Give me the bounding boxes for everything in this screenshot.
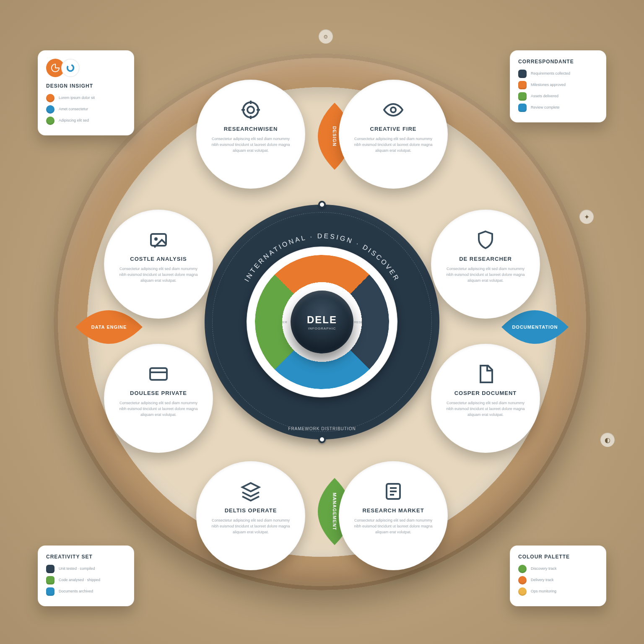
node-title: COSTLE ANALYSIS [130,256,187,262]
node-2: CREATIVE FIRE Consectetur adipiscing eli… [339,80,448,189]
node-desc: Consectetur adipiscing elit sed diam non… [353,518,434,535]
node-desc: Consectetur adipiscing elit sed diam non… [118,400,199,418]
corner-card-tr: CORRESPONDANTE Requirements collected Mi… [510,50,606,122]
hub-caption: FRAMEWORK DISTRIBUTION [288,426,356,431]
corner-card-bl: CREATIVITY SET Unit tested · compiled Co… [38,545,134,606]
card-item: Assets delivered [531,94,558,99]
leaf-right-label: DOCUMENTATION [512,325,558,330]
card-item: Discovery track [531,566,557,571]
node-desc: Consectetur adipiscing elit sed diam non… [353,136,434,154]
doc-icon [475,364,496,384]
card-title: COLOUR PALETTE [518,554,598,560]
ambient-marker-icon: ⌾ [319,29,333,44]
card-item: Documents archived [59,589,93,594]
node-7: DELTIS OPERATE Consectetur adipiscing el… [196,461,305,570]
card-item: Milestones approved [531,83,566,88]
center-hub: INTERNATIONAL · DESIGN · DISCOVER DESIGN… [205,205,439,439]
card-item: Ops monitoring [531,589,556,594]
card-title: CREATIVITY SET [46,554,126,560]
card-icon [148,364,169,384]
node-1: RESEARCHWISEN Consectetur adipiscing eli… [196,80,305,189]
leaf-bottom-label: MANAGEMENT [332,493,337,530]
card-item: Adipiscing elit sed [59,118,89,123]
node-title: RESEARCHWISEN [224,126,278,132]
gallery-icon [148,230,169,250]
note-icon [383,481,403,501]
leaf-right: DOCUMENTATION [501,310,569,344]
node-5: DOULESE PRIVATE Consectetur adipiscing e… [104,344,213,453]
node-3: COSTLE ANALYSIS Consectetur adipiscing e… [104,210,213,319]
card-title: DESIGN INSIGHT [46,83,126,89]
stack-icon [241,481,261,501]
node-title: DE RESEARCHER [459,256,512,262]
node-6: COSPER DOCUMENT Consectetur adipiscing e… [431,344,540,453]
ambient-marker-icon: ◐ [600,433,615,447]
node-8: RESEARCH MARKET Consectetur adipiscing e… [339,461,448,570]
card-item: Unit tested · compiled [59,566,95,571]
hub-logo: DELE [307,314,337,326]
card-item: Lorem ipsum dolor sit [59,96,95,101]
node-title: CREATIVE FIRE [370,126,417,132]
hub-logo-sub: INFOGRAPHIC [308,327,336,330]
node-desc: Consectetur adipiscing elit sed diam non… [445,400,526,418]
card-item: Requirements collected [531,71,570,76]
node-desc: Consectetur adipiscing elit sed diam non… [210,136,291,154]
corner-card-tl: DESIGN INSIGHT Lorem ipsum dolor sit Ame… [38,50,134,135]
hub-pin-top [318,201,326,208]
shield-icon [475,230,496,250]
card-item: Amet consectetur [59,107,88,112]
node-4: DE RESEARCHER Consectetur adipiscing eli… [431,210,540,319]
leaf-left-label: DATA ENGINE [91,325,127,330]
ambient-marker-icon: ✦ [579,210,594,224]
leaf-left: DATA ENGINE [75,310,143,344]
node-title: DELTIS OPERATE [225,507,277,514]
node-title: COSPER DOCUMENT [454,390,517,396]
node-desc: Consectetur adipiscing elit sed diam non… [118,266,199,284]
card-title: CORRESPONDANTE [518,59,598,65]
card-item: Delivery track [531,578,554,583]
hub-pin-bottom [318,436,326,443]
donut-icon [61,59,80,77]
node-title: RESEARCH MARKET [362,507,424,514]
node-desc: Consectetur adipiscing elit sed diam non… [210,518,291,535]
corner-card-br: COLOUR PALETTE Discovery track Delivery … [510,545,606,606]
leaf-top-label: DESIGN [332,126,337,146]
card-item: Review complete [531,105,560,110]
target-icon [241,100,261,120]
eye-icon [383,100,403,120]
svg-point-8 [68,65,74,71]
card-item: Code analysed · shipped [59,578,100,583]
node-desc: Consectetur adipiscing elit sed diam non… [445,266,526,284]
hub-knob: DELE INFOGRAPHIC [291,291,353,353]
node-title: DOULESE PRIVATE [130,390,187,396]
